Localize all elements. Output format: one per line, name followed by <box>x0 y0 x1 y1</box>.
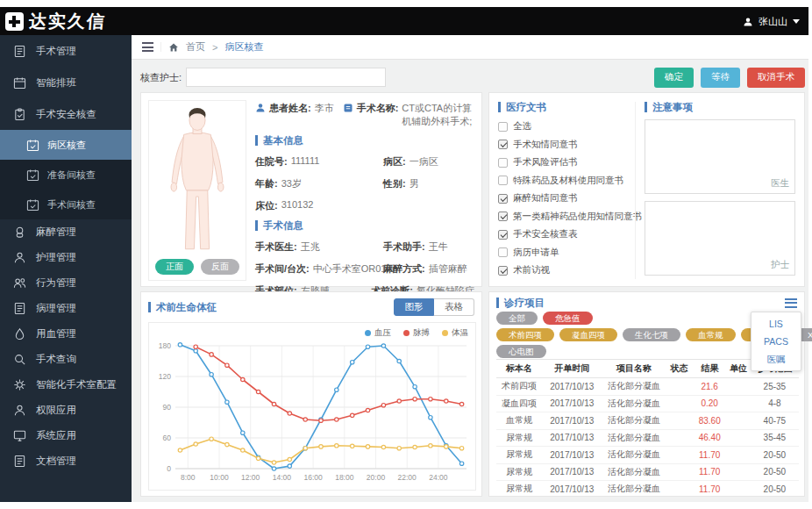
checklist-item[interactable]: 病历申请单 <box>498 244 631 262</box>
filter-button[interactable]: 全部 <box>496 312 538 325</box>
popup-menu-item[interactable]: LIS <box>751 315 801 333</box>
sidebar-item[interactable]: 手术查询 <box>0 347 132 372</box>
sidebar-subitem[interactable]: 准备间核查 <box>0 160 132 190</box>
sidebar-item[interactable]: 权限应用 <box>0 398 132 423</box>
svg-text:90: 90 <box>163 403 172 412</box>
sidebar-item-label: 用血管理 <box>36 327 76 341</box>
graph-tab[interactable]: 图形 <box>394 298 434 316</box>
permission-icon <box>13 404 26 417</box>
checkbox[interactable] <box>498 266 508 276</box>
popup-menu-item[interactable]: PACS <box>751 333 801 350</box>
checklist-item[interactable]: 第一类精神药品使用知情同意书 <box>498 208 631 226</box>
info-cell: 手术间/台次:中心手术室OR01/1 <box>255 262 383 276</box>
toolbar: 核查护士: 确定 等待 取消手术 <box>140 67 805 88</box>
basic-info-title: 基本信息 <box>255 135 474 146</box>
sidebar-subitem[interactable]: 病区核查 <box>0 130 132 160</box>
checkbox[interactable] <box>498 158 508 168</box>
legend-item[interactable]: 体温 <box>442 327 468 339</box>
filter-button[interactable]: 生化七项 <box>623 328 680 341</box>
table-row[interactable]: 术前四项2017/10/13活化部分凝血21.625-35 <box>496 378 799 396</box>
or-config-icon <box>13 378 26 391</box>
sidebar-item-label: 护理管理 <box>36 251 76 264</box>
sidebar-item[interactable]: 病理管理 <box>0 296 132 321</box>
legend-item[interactable]: 脉搏 <box>403 327 430 339</box>
checkbox[interactable] <box>498 194 508 204</box>
hamburger-icon[interactable] <box>142 42 161 52</box>
info-row: 年龄:33岁性别:男 <box>255 173 474 195</box>
table-row[interactable]: 尿常规2017/10/13活化部分凝血46.4035-45 <box>496 429 799 447</box>
back-view-button[interactable]: 反面 <box>201 259 239 275</box>
sidebar-item[interactable]: 智能排班 <box>0 67 132 98</box>
checkbox[interactable] <box>498 140 508 149</box>
table-header-cell: 标本名 <box>496 360 542 378</box>
sidebar-item[interactable]: 行为管理 <box>0 270 132 296</box>
nurse-notes-textarea[interactable]: 护士 <box>645 201 795 276</box>
table-row[interactable]: 尿常规2017/10/13活化部分凝血11.7020-50 <box>496 447 799 464</box>
check-nurse-label: 核查护士: <box>140 71 182 84</box>
sidebar-item[interactable]: 护理管理 <box>0 245 132 270</box>
sidebar-subitem[interactable]: 手术间核查 <box>0 190 132 219</box>
table-row[interactable]: 凝血四项2017/10/13活化部分凝血0.204-8 <box>496 395 799 412</box>
user-icon <box>743 17 753 27</box>
table-tab[interactable]: 表格 <box>434 298 474 316</box>
checkbox[interactable] <box>498 247 508 257</box>
front-view-button[interactable]: 正面 <box>155 259 194 275</box>
table-cell <box>726 412 751 430</box>
checklist-item[interactable]: 手术风险评估书 <box>498 154 631 172</box>
sidebar-item[interactable]: 智能化手术室配置 <box>0 372 132 398</box>
checklist-item[interactable]: 麻醉知情同意书 <box>498 190 631 208</box>
sidebar-item[interactable]: 麻醉管理 <box>0 219 132 245</box>
table-row[interactable]: 尿常规2017/10/13活化部分凝血11.7020-50 <box>496 481 799 498</box>
info-cell: 手术助手:王牛 <box>383 240 448 254</box>
check-nurse-input[interactable] <box>186 68 386 87</box>
sidebar-item[interactable]: 用血管理 <box>0 321 132 347</box>
filter-button[interactable]: 凝血四项 <box>559 328 617 341</box>
body-figure: 正面 反面 <box>148 100 246 281</box>
breadcrumb-home[interactable]: 首页 <box>186 40 205 54</box>
cancel-surgery-button[interactable]: 取消手术 <box>747 68 805 88</box>
checklist-item[interactable]: 手术安全核查表 <box>498 226 631 244</box>
filter-button[interactable]: 术前四项 <box>496 328 554 341</box>
checkbox-label: 病历申请单 <box>513 247 559 259</box>
topbar: 达实久信 张山山 <box>0 7 808 35</box>
checkbox[interactable] <box>498 230 508 240</box>
checkbox[interactable] <box>498 176 508 185</box>
sidebar-item[interactable]: 手术安全核查 <box>0 98 132 130</box>
sidebar-item[interactable]: 手术管理 <box>0 35 132 67</box>
home-icon[interactable] <box>168 42 179 53</box>
svg-text:14:00: 14:00 <box>273 473 292 482</box>
table-row[interactable]: 尿常规2017/10/13活化部分凝血11.7020-50 <box>496 463 799 481</box>
filter-button[interactable]: 血常规 <box>686 328 736 341</box>
table-header-cell: 单位 <box>726 360 751 378</box>
filter-button[interactable]: 危急值 <box>543 312 593 325</box>
info-value: 310132 <box>281 199 314 212</box>
checklist-item[interactable]: 全选 <box>498 118 631 136</box>
doctor-notes-textarea[interactable]: 医生 <box>645 119 795 194</box>
person-icon <box>255 103 266 113</box>
checkbox[interactable] <box>498 122 508 132</box>
table-row[interactable]: 血常规2017/10/13活化部分凝血83.6040-75 <box>496 412 799 430</box>
checklist-item[interactable]: 术前访视 <box>498 262 631 280</box>
user-menu[interactable]: 张山山 <box>743 15 800 28</box>
confirm-button[interactable]: 确定 <box>654 68 694 88</box>
table-cell <box>666 481 693 498</box>
table-cell: 11.70 <box>693 447 726 464</box>
nurse-role-label: 护士 <box>771 259 789 271</box>
popup-menu-item[interactable]: 医嘱 <box>751 350 801 368</box>
breadcrumb-current[interactable]: 病区核查 <box>224 40 263 54</box>
info-label: 麻醉方式: <box>383 262 425 276</box>
breadcrumb: 首页 > 病区核查 <box>132 35 808 60</box>
checklist-item[interactable]: 手术知情同意书 <box>498 136 631 154</box>
table-header-cell: 状态 <box>666 360 693 378</box>
filter-button[interactable]: 心电图 <box>496 345 546 358</box>
table-cell: 活化部分凝血 <box>602 481 666 498</box>
wait-button[interactable]: 等待 <box>701 68 740 88</box>
table-cell: 尿常规 <box>496 463 542 481</box>
sidebar-item[interactable]: 系统应用 <box>0 423 132 448</box>
sidebar-item[interactable]: 文档管理 <box>0 448 132 474</box>
doctor-role-label: 医生 <box>771 177 789 190</box>
checkbox[interactable] <box>498 211 508 221</box>
treatment-menu-icon[interactable] <box>785 298 797 308</box>
legend-item[interactable]: 血压 <box>365 327 391 339</box>
checklist-item[interactable]: 特殊药品及材料使用同意书 <box>498 172 631 190</box>
